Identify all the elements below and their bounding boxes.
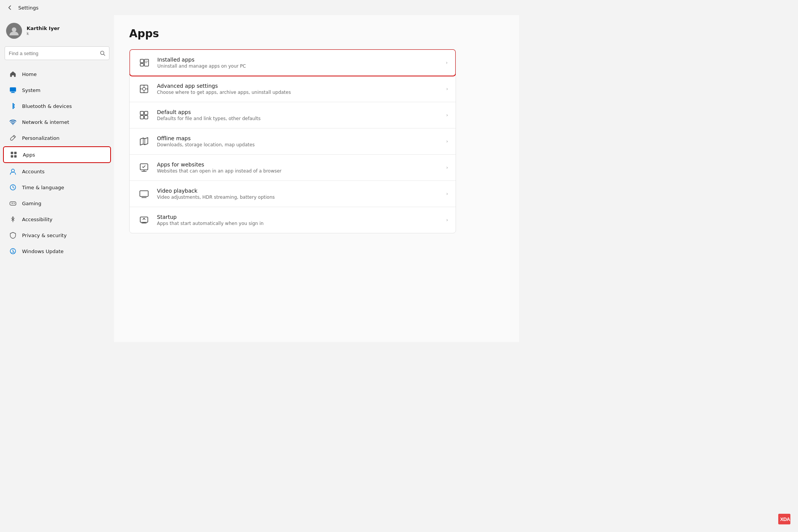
sidebar-item-personalization[interactable]: Personalization [3, 130, 111, 146]
avatar [6, 23, 22, 39]
advanced-app-icon [137, 82, 151, 96]
apps-websites-desc: Websites that can open in an app instead… [157, 168, 440, 174]
svg-rect-6 [11, 152, 13, 154]
sidebar-item-privacy[interactable]: Privacy & security [3, 228, 111, 243]
settings-item-startup[interactable]: Startup Apps that start automatically wh… [130, 207, 456, 233]
svg-point-10 [11, 169, 14, 172]
search-box[interactable] [5, 46, 109, 60]
system-icon [9, 86, 17, 94]
offline-maps-text: Offline maps Downloads, storage location… [157, 135, 440, 147]
search-container [0, 46, 114, 66]
apps-websites-icon [137, 161, 151, 174]
sidebar-item-network[interactable]: Network & internet [3, 114, 111, 130]
sidebar-item-system[interactable]: System [3, 82, 111, 98]
svg-rect-28 [140, 217, 148, 222]
privacy-icon [9, 231, 17, 239]
advanced-app-title: Advanced app settings [157, 83, 440, 89]
sidebar-item-label-apps: Apps [23, 152, 35, 158]
sidebar-item-time[interactable]: Time & language [3, 180, 111, 195]
sidebar-item-label-accounts: Accounts [22, 169, 44, 174]
advanced-app-desc: Choose where to get apps, archive apps, … [157, 90, 440, 95]
titlebar-title: Settings [18, 5, 38, 11]
svg-rect-9 [14, 155, 17, 158]
video-playback-text: Video playback Video adjustments, HDR st… [157, 188, 440, 200]
sidebar-item-label-update: Windows Update [22, 249, 63, 254]
settings-item-offline-maps[interactable]: Offline maps Downloads, storage location… [130, 128, 456, 155]
user-info: Karthik Iyer k [27, 25, 60, 36]
svg-rect-7 [14, 152, 17, 154]
sidebar-item-apps[interactable]: Apps [3, 146, 111, 163]
default-apps-desc: Defaults for file and link types, other … [157, 116, 440, 121]
startup-desc: Apps that start automatically when you s… [157, 221, 440, 226]
apps-icon [10, 151, 17, 158]
chevron-right-icon-4: › [446, 139, 448, 144]
svg-rect-4 [11, 93, 15, 93]
titlebar: Settings [0, 0, 519, 15]
apps-websites-title: Apps for websites [157, 162, 440, 168]
accessibility-icon [9, 215, 17, 223]
installed-apps-text: Installed apps Uninstall and manage apps… [157, 57, 440, 69]
chevron-right-icon-3: › [446, 112, 448, 118]
settings-list: Installed apps Uninstall and manage apps… [129, 49, 456, 233]
back-button[interactable] [5, 2, 15, 13]
installed-apps-title: Installed apps [157, 57, 440, 63]
sidebar-item-home[interactable]: Home [3, 66, 111, 82]
apps-websites-text: Apps for websites Websites that can open… [157, 162, 440, 174]
startup-icon [137, 213, 151, 227]
chevron-right-icon-2: › [446, 86, 448, 92]
svg-rect-12 [10, 202, 16, 205]
offline-maps-title: Offline maps [157, 135, 440, 141]
svg-point-5 [13, 124, 13, 125]
settings-item-advanced-app[interactable]: Advanced app settings Choose where to ge… [130, 76, 456, 102]
svg-point-13 [14, 203, 14, 204]
sidebar-item-label-home: Home [22, 71, 36, 77]
sidebar-item-gaming[interactable]: Gaming [3, 196, 111, 211]
time-icon [9, 184, 17, 191]
sidebar-item-label-time: Time & language [22, 185, 64, 190]
svg-rect-17 [140, 59, 144, 63]
sidebar: Karthik Iyer k [0, 15, 114, 342]
svg-rect-25 [144, 116, 148, 119]
sidebar-item-update[interactable]: Windows Update [3, 244, 111, 259]
svg-point-21 [142, 87, 146, 90]
user-name: Karthik Iyer [27, 25, 60, 31]
update-icon [9, 247, 17, 255]
default-apps-title: Default apps [157, 109, 440, 115]
startup-text: Startup Apps that start automatically wh… [157, 214, 440, 226]
bluetooth-icon [9, 102, 17, 110]
sidebar-item-label-system: System [22, 87, 40, 93]
default-apps-icon [137, 108, 151, 122]
video-playback-title: Video playback [157, 188, 440, 194]
settings-item-installed-apps[interactable]: Installed apps Uninstall and manage apps… [129, 49, 456, 76]
chevron-right-icon: › [446, 60, 448, 65]
sidebar-item-label-accessibility: Accessibility [22, 217, 52, 222]
startup-title: Startup [157, 214, 440, 220]
installed-apps-icon [138, 56, 151, 70]
svg-rect-23 [144, 111, 148, 115]
svg-point-15 [12, 217, 14, 218]
svg-rect-22 [140, 111, 144, 115]
chevron-right-icon-5: › [446, 165, 448, 170]
sidebar-item-bluetooth[interactable]: Bluetooth & devices [3, 98, 111, 114]
user-profile[interactable]: Karthik Iyer k [0, 18, 114, 46]
sidebar-item-accounts[interactable]: Accounts [3, 164, 111, 179]
settings-item-default-apps[interactable]: Default apps Defaults for file and link … [130, 102, 456, 128]
network-icon [9, 118, 17, 126]
svg-rect-27 [140, 191, 148, 196]
advanced-app-text: Advanced app settings Choose where to ge… [157, 83, 440, 95]
content-area: Apps Installed apps Uninstall and manage… [114, 15, 519, 342]
user-sub: k [27, 31, 60, 36]
svg-point-14 [14, 203, 15, 204]
svg-rect-24 [140, 116, 144, 119]
settings-item-apps-websites[interactable]: Apps for websites Websites that can open… [130, 155, 456, 181]
chevron-right-icon-6: › [446, 191, 448, 196]
sidebar-item-label-gaming: Gaming [22, 201, 41, 206]
sidebar-item-accessibility[interactable]: Accessibility [3, 212, 111, 227]
sidebar-item-label-network: Network & internet [22, 119, 69, 125]
offline-maps-desc: Downloads, storage location, map updates [157, 142, 440, 147]
search-input[interactable] [9, 51, 97, 56]
offline-maps-icon [137, 135, 151, 148]
settings-item-video-playback[interactable]: Video playback Video adjustments, HDR st… [130, 181, 456, 207]
sidebar-item-label-privacy: Privacy & security [22, 233, 66, 238]
video-playback-desc: Video adjustments, HDR streaming, batter… [157, 195, 440, 200]
